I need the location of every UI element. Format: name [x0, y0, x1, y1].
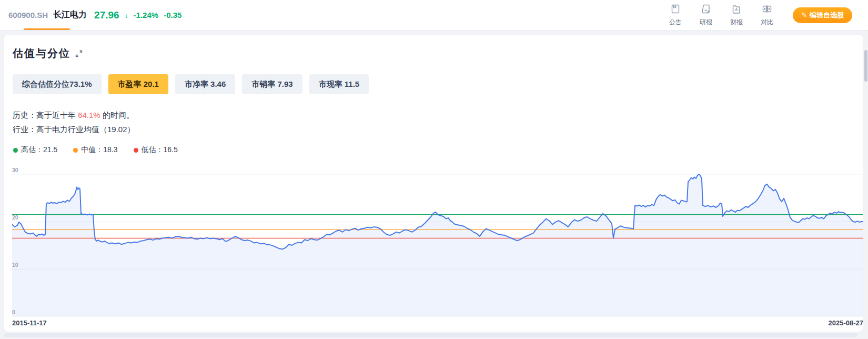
legend-item-median: 中值：18.3 [73, 145, 117, 155]
stock-header: 600900.SH 长江电力 27.96 ↓ -1.24% -0.35 公告 [0, 0, 868, 31]
svg-text:20: 20 [12, 214, 18, 221]
stock-info: 600900.SH 长江电力 27.96 ↓ -1.24% -0.35 [8, 9, 181, 21]
legend-item-overvalued: 高估：21.5 [13, 145, 57, 155]
x-axis-start-date: 2015-11-17 [12, 319, 47, 327]
overvalued-dot-icon [13, 148, 18, 153]
history-line-prefix: 历史：高于近十年 [13, 111, 78, 119]
action-label: 对比 [761, 18, 773, 27]
horizontal-scrollbar[interactable] [4, 333, 857, 337]
svg-text:10: 10 [12, 262, 18, 268]
svg-text:30: 30 [12, 167, 18, 173]
pe-trend-chart: 0102030 [12, 160, 863, 318]
edit-pencil-icon: ✎ [801, 11, 807, 19]
valuation-summary: 历史：高于近十年 64.1% 的时间。 行业：高于电力行业均值（19.02） [13, 108, 859, 136]
section-title: 估值与分位 [13, 46, 70, 61]
undervalued-dot-icon [134, 148, 138, 153]
header-actions: 公告 研报 财报 [667, 4, 860, 27]
stock-change-percent: -1.24% [134, 11, 159, 19]
tab-ps-ratio[interactable]: 市销率 7.93 [242, 74, 302, 94]
median-dot-icon [73, 148, 78, 153]
tab-composite-percentile[interactable]: 综合估值分位73.1% [13, 74, 102, 94]
history-line: 历史：高于近十年 64.1% 的时间。 [13, 108, 859, 122]
expand-fullscreen-icon[interactable] [75, 49, 83, 58]
x-axis-end-date: 2025-08-27 [829, 319, 864, 327]
industry-line: 行业：高于电力行业均值（19.02） [13, 122, 859, 136]
pe-trend-chart-container[interactable]: 0102030 [12, 160, 863, 318]
compare-icon [762, 4, 772, 16]
edit-watchlist-button[interactable]: ✎ 编辑自选股 [793, 7, 852, 23]
action-label: 研报 [700, 18, 712, 27]
tab-pe-ratio[interactable]: 市盈率 20.1 [108, 74, 168, 94]
action-label: 财报 [730, 18, 743, 27]
chart-legend: 高估：21.5 中值：18.3 低估：16.5 [13, 145, 859, 155]
legend-label: 低估：16.5 [142, 145, 178, 155]
announcements-button[interactable]: 公告 [667, 4, 684, 27]
legend-label: 高估：21.5 [21, 145, 57, 155]
legend-label: 中值：18.3 [81, 145, 117, 155]
tab-pcf-ratio[interactable]: 市现率 11.5 [309, 74, 369, 94]
research-report-icon [701, 4, 711, 16]
stock-change-value: -0.35 [164, 11, 181, 19]
financial-report-icon [731, 4, 742, 16]
svg-text:0: 0 [12, 309, 15, 315]
active-stock-tab-indicator [24, 28, 70, 30]
stock-price: 27.96 [94, 9, 119, 21]
financial-reports-button[interactable]: 财报 [728, 4, 745, 27]
vertical-scrollbar-thumb[interactable] [864, 50, 867, 82]
action-label: 公告 [669, 18, 682, 27]
section-title-row: 估值与分位 [13, 46, 859, 61]
edit-watchlist-label: 编辑自选股 [810, 11, 844, 20]
valuation-card: 估值与分位 综合估值分位73.1% 市盈率 20.1 市净率 3.46 市销率 … [4, 35, 863, 332]
research-reports-button[interactable]: 研报 [697, 4, 715, 27]
legend-item-undervalued: 低估：16.5 [134, 145, 178, 155]
valuation-tabs: 综合估值分位73.1% 市盈率 20.1 市净率 3.46 市销率 7.93 市… [13, 74, 859, 94]
stock-code: 600900.SH [8, 11, 48, 19]
stock-name[interactable]: 长江电力 [53, 9, 87, 21]
price-down-arrow-icon: ↓ [125, 11, 128, 19]
vertical-scrollbar[interactable] [864, 31, 868, 339]
history-line-suffix: 的时间。 [100, 111, 134, 119]
history-percent-highlight: 64.1% [78, 111, 100, 119]
tab-pb-ratio[interactable]: 市净率 3.46 [175, 74, 235, 94]
compare-button[interactable]: 对比 [758, 4, 776, 27]
announcement-icon [670, 4, 681, 16]
chart-x-axis: 2015-11-17 2025-08-27 [12, 319, 863, 327]
